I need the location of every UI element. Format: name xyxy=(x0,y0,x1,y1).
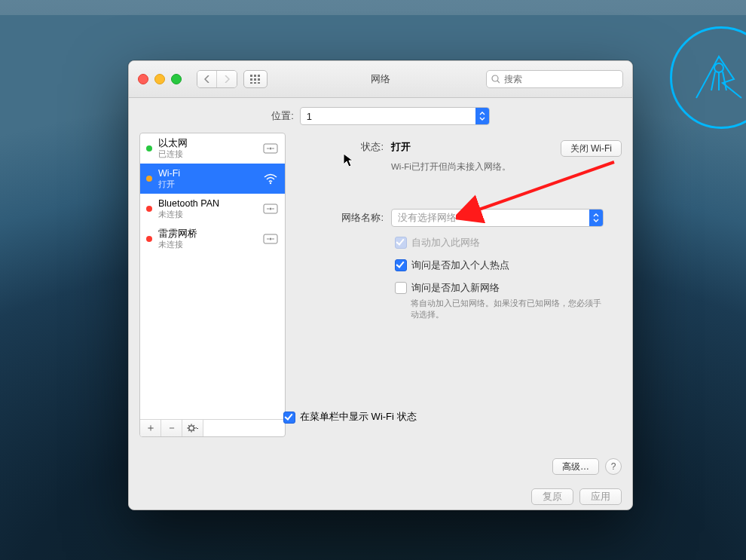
ask-new-checkbox[interactable] xyxy=(395,282,407,294)
titlebar: 网络 xyxy=(129,61,632,98)
svg-line-27 xyxy=(194,425,194,426)
sidebar-item-status: 打开 xyxy=(158,179,256,189)
location-row: 位置: 1 xyxy=(129,107,632,125)
search-field[interactable] xyxy=(486,70,623,88)
status-label: 状态: xyxy=(293,140,384,154)
chevron-updown-icon xyxy=(475,108,489,124)
svg-line-11 xyxy=(497,81,500,83)
svg-point-10 xyxy=(492,75,498,81)
auto-join-label: 自动加入此网络 xyxy=(411,236,480,249)
svg-rect-4 xyxy=(250,78,252,81)
ethernet-icon xyxy=(262,231,279,247)
svg-point-18 xyxy=(270,238,272,240)
sidebar-item-label: 以太网 xyxy=(158,138,256,149)
zoom-button[interactable] xyxy=(171,74,182,84)
svg-line-26 xyxy=(188,430,189,431)
forward-button[interactable] xyxy=(217,71,237,87)
nav-back-forward xyxy=(197,70,237,88)
svg-rect-1 xyxy=(250,75,252,77)
svg-point-13 xyxy=(270,148,272,150)
show-all-button[interactable] xyxy=(243,70,268,88)
status-subtext: Wi-Fi已打开但尚未接入网络。 xyxy=(391,161,622,173)
minimize-button[interactable] xyxy=(154,74,165,84)
wifi-icon xyxy=(262,170,279,187)
status-value: 打开 xyxy=(391,140,411,154)
macos-menubar xyxy=(0,0,746,15)
svg-point-16 xyxy=(270,208,272,210)
auto-join-checkbox xyxy=(395,237,407,249)
apply-button[interactable]: 应用 xyxy=(579,488,622,505)
sidebar-item-status: 已连接 xyxy=(158,149,256,159)
revert-button[interactable]: 复原 xyxy=(531,488,573,505)
ask-new-label: 询问是否加入新网络 xyxy=(411,281,500,295)
bottom-bar: 复原 应用 xyxy=(139,488,622,505)
network-name-row: 网络名称: 没有选择网络 xyxy=(293,209,622,227)
location-label: 位置: xyxy=(271,109,294,123)
ask-hotspot-row[interactable]: 询问是否加入个人热点 xyxy=(395,259,622,272)
svg-rect-5 xyxy=(254,78,256,81)
advanced-row: 高级… ? xyxy=(552,458,622,475)
ethernet-icon xyxy=(262,200,279,217)
search-input[interactable] xyxy=(503,73,618,85)
svg-rect-8 xyxy=(254,82,256,84)
status-dot xyxy=(146,206,152,212)
status-row: 状态: 打开 关闭 Wi-Fi xyxy=(293,140,622,157)
traffic-lights xyxy=(138,74,182,84)
remove-service-button[interactable]: － xyxy=(161,420,182,436)
sidebar-footer: ＋ － xyxy=(140,419,285,436)
detail-pane: 状态: 打开 关闭 Wi-Fi Wi-Fi已打开但尚未接入网络。 网络名称: 没… xyxy=(293,133,622,437)
services-sidebar: 以太网 已连接 Wi-Fi 打开 xyxy=(139,133,286,437)
ask-new-hint: 将自动加入已知网络。如果没有已知网络，您必须手动选择。 xyxy=(411,298,607,320)
network-name-select[interactable]: 没有选择网络 xyxy=(391,209,604,227)
network-name-label: 网络名称: xyxy=(293,211,384,225)
svg-line-25 xyxy=(194,430,194,431)
svg-rect-7 xyxy=(250,82,252,84)
desktop-background: 网络 位置: 1 xyxy=(0,0,746,560)
help-button[interactable]: ? xyxy=(605,458,622,475)
status-dot xyxy=(146,145,152,151)
network-name-value: 没有选择网络 xyxy=(392,211,589,225)
location-select[interactable]: 1 xyxy=(300,107,490,125)
sidebar-item-label: Wi-Fi xyxy=(158,168,256,179)
ask-hotspot-label: 询问是否加入个人热点 xyxy=(411,259,509,272)
gear-icon xyxy=(187,424,198,433)
turn-wifi-off-button[interactable]: 关闭 Wi-Fi xyxy=(561,140,622,157)
body: 以太网 已连接 Wi-Fi 打开 xyxy=(129,133,632,448)
auto-join-checkbox-row: 自动加入此网络 xyxy=(395,236,622,249)
add-service-button[interactable]: ＋ xyxy=(140,420,161,436)
sidebar-item-thunderbolt[interactable]: 雷雳网桥 未连接 xyxy=(140,224,285,254)
svg-point-0 xyxy=(714,63,723,72)
services-list: 以太网 已连接 Wi-Fi 打开 xyxy=(140,133,285,419)
network-prefs-window: 网络 位置: 1 xyxy=(128,60,633,510)
close-button[interactable] xyxy=(138,74,148,84)
sidebar-item-wifi[interactable]: Wi-Fi 打开 xyxy=(140,164,285,194)
chevron-updown-icon xyxy=(589,210,603,226)
svg-point-19 xyxy=(189,426,194,430)
location-value: 1 xyxy=(301,111,475,122)
status-dot xyxy=(146,236,152,242)
back-button[interactable] xyxy=(197,71,217,87)
sidebar-item-bluetooth[interactable]: Bluetooth PAN 未连接 xyxy=(140,194,285,224)
ethernet-icon xyxy=(262,140,279,157)
svg-point-14 xyxy=(270,182,271,184)
svg-line-24 xyxy=(188,425,189,426)
search-icon xyxy=(491,75,500,84)
svg-rect-3 xyxy=(258,75,260,77)
sidebar-item-ethernet[interactable]: 以太网 已连接 xyxy=(140,133,285,164)
status-dot xyxy=(146,176,152,182)
svg-rect-9 xyxy=(258,82,260,84)
sidebar-item-label: Bluetooth PAN xyxy=(158,198,256,210)
ask-hotspot-checkbox[interactable] xyxy=(395,259,407,271)
svg-rect-6 xyxy=(258,78,260,81)
service-actions-button[interactable] xyxy=(182,420,203,436)
ask-new-row[interactable]: 询问是否加入新网络 xyxy=(395,281,622,295)
sidebar-item-label: 雷雳网桥 xyxy=(158,228,256,240)
sidebar-item-status: 未连接 xyxy=(158,240,256,249)
show-in-menubar-checkbox[interactable] xyxy=(283,412,295,424)
svg-rect-2 xyxy=(254,75,256,77)
watermark-seal xyxy=(670,26,746,129)
show-in-menubar-label: 在菜单栏中显示 Wi-Fi 状态 xyxy=(300,410,417,424)
show-in-menubar-row[interactable]: 在菜单栏中显示 Wi-Fi 状态 xyxy=(283,410,417,424)
advanced-button[interactable]: 高级… xyxy=(552,458,599,475)
sidebar-item-status: 未连接 xyxy=(158,210,256,219)
